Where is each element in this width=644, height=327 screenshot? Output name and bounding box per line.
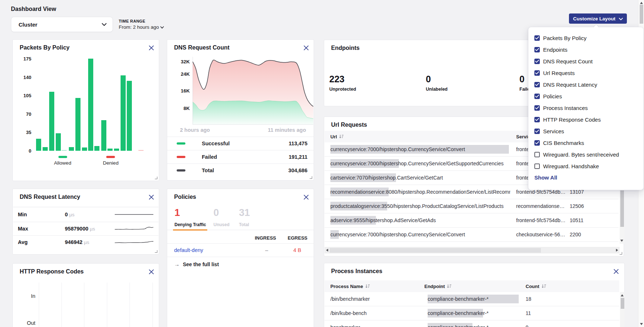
endpoint-text: compliance-benchmarker-* bbox=[428, 320, 522, 327]
resize-handle[interactable] bbox=[310, 176, 312, 179]
close-icon[interactable] bbox=[149, 45, 154, 51]
close-icon[interactable] bbox=[149, 194, 154, 200]
layout-option-policies[interactable]: Policies bbox=[534, 90, 562, 102]
process-instances-header: Process NameEndpointCount bbox=[325, 280, 619, 292]
scroll-up-icon[interactable] bbox=[621, 294, 624, 296]
scroll-down-icon[interactable] bbox=[640, 323, 643, 325]
see-full-list-link[interactable]: → See the full list bbox=[174, 261, 219, 267]
policy-name-link[interactable]: default-deny bbox=[174, 247, 203, 253]
bar-denied[interactable] bbox=[138, 150, 144, 151]
bar-allowed[interactable] bbox=[101, 120, 106, 151]
y-axis-tick-label: 8K bbox=[175, 106, 190, 111]
checkbox-checked[interactable] bbox=[534, 105, 540, 111]
policies-tab-total[interactable]: 31Total bbox=[239, 208, 250, 227]
bar-allowed[interactable] bbox=[94, 146, 99, 151]
bar-allowed[interactable] bbox=[56, 133, 61, 151]
tab-label: Unused bbox=[213, 222, 229, 227]
checkbox-checked[interactable] bbox=[534, 94, 540, 99]
process-name-cell: benchmarker bbox=[330, 320, 421, 327]
layout-option-dns-request-latency[interactable]: DNS Request Latency bbox=[534, 79, 597, 90]
column-header-endpoint[interactable]: Endpoint bbox=[424, 280, 452, 292]
service-cell: recommendationse… bbox=[516, 199, 567, 213]
card-policies: Policies 1Denying Traffic0Unused31Total … bbox=[167, 189, 314, 327]
column-header-count[interactable]: Count bbox=[526, 280, 546, 292]
bar-allowed[interactable] bbox=[114, 149, 119, 151]
bar-allowed[interactable] bbox=[49, 92, 54, 151]
column-header-egress[interactable]: EGRESS bbox=[288, 235, 307, 241]
bar-allowed[interactable] bbox=[88, 59, 93, 151]
resize-handle[interactable] bbox=[155, 177, 157, 179]
card-title: DNS Request Latency bbox=[20, 194, 80, 200]
checkbox-unchecked[interactable] bbox=[534, 164, 540, 169]
bar-allowed[interactable] bbox=[62, 150, 67, 151]
show-all-link[interactable]: Show All bbox=[534, 174, 557, 181]
checkbox-checked[interactable] bbox=[534, 82, 540, 87]
layout-option-wireguard-handshake[interactable]: Wireguard. Handshake bbox=[534, 160, 599, 172]
layout-option-services[interactable]: Services bbox=[534, 125, 564, 137]
legend-item: Allowed bbox=[54, 156, 71, 166]
layout-option-label: HTTP Response Codes bbox=[543, 117, 601, 123]
bar-allowed[interactable] bbox=[36, 139, 41, 151]
checkbox-checked[interactable] bbox=[534, 140, 540, 146]
card-title: Process Instances bbox=[331, 268, 382, 275]
customize-layout-button[interactable]: Customize Layout bbox=[569, 13, 627, 24]
checkbox-checked[interactable] bbox=[534, 35, 540, 41]
policies-tab-unused[interactable]: 0Unused bbox=[213, 208, 229, 227]
table-row[interactable]: /bin/kube-benchcompliance-benchmarker-*1… bbox=[325, 306, 619, 320]
close-icon[interactable] bbox=[149, 269, 154, 275]
checkbox-checked[interactable] bbox=[534, 47, 540, 52]
layout-option-cis-benchmarks[interactable]: CIS Benchmarks bbox=[534, 137, 584, 149]
layout-option-process-instances[interactable]: Process Instances bbox=[534, 102, 588, 114]
bar-allowed[interactable] bbox=[69, 147, 74, 151]
layout-option-dns-request-count[interactable]: DNS Request Count bbox=[534, 55, 593, 67]
layout-option-url-requests[interactable]: Url Requests bbox=[534, 67, 575, 79]
legend-swatch bbox=[106, 156, 115, 158]
latency-row: Min0µs bbox=[13, 207, 158, 222]
bar-allowed[interactable] bbox=[107, 149, 113, 151]
bar-allowed[interactable] bbox=[127, 81, 132, 151]
checkbox-checked[interactable] bbox=[534, 117, 540, 122]
layout-option-label: Wireguard. Handshake bbox=[543, 163, 599, 169]
checkbox-checked[interactable] bbox=[534, 129, 540, 134]
scroll-right-icon[interactable] bbox=[616, 249, 618, 252]
scroll-left-icon[interactable] bbox=[326, 249, 328, 252]
table-row[interactable]: productcatalogservice:3550/hipstershop.P… bbox=[325, 199, 619, 213]
scrollbar-thumb[interactable] bbox=[640, 5, 643, 24]
checkbox-checked[interactable] bbox=[534, 59, 540, 64]
card-packets-by-policy: Packets By Policy 03570105140175 Allowed… bbox=[12, 39, 159, 181]
bar-allowed[interactable] bbox=[82, 147, 87, 151]
close-icon[interactable] bbox=[303, 194, 309, 200]
column-header-url[interactable]: Url bbox=[330, 131, 344, 142]
legend-row: Failed191,211 bbox=[167, 150, 314, 164]
table-horizontal-scrollbar[interactable] bbox=[325, 247, 620, 253]
checkbox-checked[interactable] bbox=[534, 70, 540, 76]
time-range[interactable]: TIME RANGE From: 2 hours ago bbox=[119, 19, 164, 30]
policies-tab-denying-traffic[interactable]: 1Denying Traffic bbox=[174, 208, 206, 227]
table-row[interactable]: currencyservice:7000/hipstershop.Currenc… bbox=[325, 228, 619, 242]
table-row[interactable]: /bin/benchmarkercompliance-benchmarker-*… bbox=[325, 292, 619, 306]
layout-option-packets-by-policy[interactable]: Packets By Policy bbox=[534, 32, 586, 44]
scroll-up-icon[interactable] bbox=[640, 2, 643, 4]
layout-option-http-response-codes[interactable]: HTTP Response Codes bbox=[534, 114, 601, 125]
resize-handle[interactable] bbox=[155, 250, 157, 253]
close-icon[interactable] bbox=[613, 269, 619, 274]
dropdown-notch bbox=[593, 24, 599, 27]
table-row[interactable]: adservice:9555/hipstershop.AdService/Get… bbox=[325, 213, 619, 228]
latency-table: Min0µsMax95879000µsAvg946942µs bbox=[13, 207, 158, 249]
checkbox-unchecked[interactable] bbox=[534, 152, 540, 157]
latency-value: 0µs bbox=[65, 212, 75, 217]
scroll-down-icon[interactable] bbox=[620, 240, 623, 242]
bar-allowed[interactable] bbox=[75, 98, 80, 151]
layout-option-wireguard-bytes-sent-received[interactable]: Wireguard. Bytes sent/received bbox=[534, 149, 619, 160]
url-text: cartservice:7070/hipstershop.CartService… bbox=[330, 171, 510, 185]
layout-option-endpoints[interactable]: Endpoints bbox=[534, 44, 568, 55]
column-header-process-name[interactable]: Process Name bbox=[330, 280, 370, 292]
bar-allowed[interactable] bbox=[121, 75, 126, 151]
count-cell: 12506 bbox=[570, 199, 602, 213]
view-select[interactable]: Cluster bbox=[11, 17, 113, 32]
table-vertical-scrollbar[interactable] bbox=[620, 292, 625, 327]
bar-allowed[interactable] bbox=[43, 147, 48, 151]
resize-handle[interactable] bbox=[620, 252, 622, 255]
column-header-ingress[interactable]: INGRESS bbox=[255, 235, 276, 241]
table-row[interactable]: benchmarkercompliance-benchmarker-*9 bbox=[325, 320, 619, 327]
